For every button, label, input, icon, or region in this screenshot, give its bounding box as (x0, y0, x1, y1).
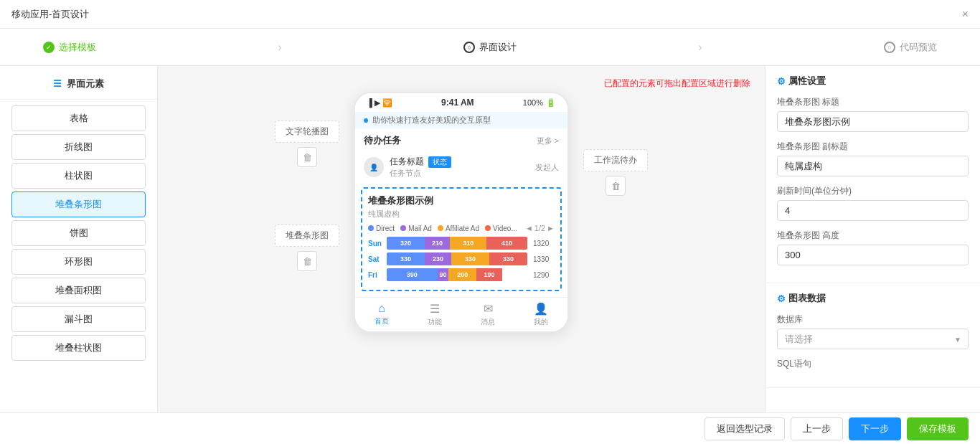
bar-seg-3: 410 (486, 237, 527, 250)
step-code-preview[interactable]: ○ 代码预览 (884, 41, 937, 54)
settings-icon: ⚙ (777, 76, 786, 87)
section-title: 待办任务 (364, 134, 401, 147)
status-signal: ▐ ▶ 🛜 (367, 98, 392, 108)
phone-frame: ▐ ▶ 🛜 9:41 AM 100% 🔋 助你快速打造友好美观的交互原型 (354, 92, 569, 333)
property-section: ⚙ 属性设置 堆叠条形图 标题 堆叠条形图 副标题 刷新时间(单位分钟) 堆叠条… (765, 66, 980, 283)
text-carousel-label: 文字轮播图 (275, 121, 339, 143)
sidebar-item-pie-chart[interactable]: 饼图 (11, 220, 146, 246)
legend-direct: Direct (368, 225, 395, 232)
text-carousel-delete-icon[interactable]: 🗑 (297, 147, 317, 167)
bar-row-fri: Fri 390 90 200 190 1290 (368, 268, 555, 281)
phone-status-bar: ▐ ▶ 🛜 9:41 AM 100% 🔋 (355, 93, 567, 112)
phone-wrapper: 文字轮播图 🗑 堆叠条形图 🗑 ▐ ▶ 🛜 9:41 AM (275, 92, 648, 333)
nav-home[interactable]: ⌂ 首页 (355, 298, 408, 331)
task-name-row: 任务标题 状态 (390, 156, 529, 168)
panel-icon: ☰ (53, 78, 62, 89)
phone-marquee: 助你快速打造友好美观的交互原型 (355, 112, 567, 128)
step-arrow-2: › (698, 41, 702, 54)
steps-bar: ✓ 选择模板 › ○ 界面设计 › ○ 代码预览 (0, 29, 980, 66)
chart-drag-card[interactable]: 堆叠条形图 🗑 (275, 225, 339, 271)
right-drag-cards: 工作流待办 🗑 (583, 92, 648, 196)
nav-message[interactable]: ✉ 消息 (461, 298, 514, 331)
property-title: ⚙ 属性设置 (777, 75, 969, 88)
workflow-card[interactable]: 工作流待办 🗑 (583, 149, 648, 196)
sidebar-item-stacked-area[interactable]: 堆叠面积图 (11, 278, 146, 303)
sidebar-item-stacked-bar[interactable]: 堆叠条形图 (11, 192, 146, 217)
back-button[interactable]: 返回选型记录 (705, 417, 785, 440)
function-icon: ☰ (430, 302, 440, 316)
step-arrow-1: › (278, 41, 281, 54)
database-select-wrapper: 请选择 ▼ (777, 329, 969, 349)
bar-total-fri: 1290 (533, 271, 555, 279)
bar-segments-sat: 330 230 330 330 (387, 252, 527, 265)
step-done-icon: ✓ (43, 42, 55, 53)
refresh-time-input[interactable] (777, 200, 969, 221)
user-icon: 👤 (534, 302, 548, 316)
sidebar-item-table[interactable]: 表格 (11, 105, 146, 131)
legend-video: Video... (485, 225, 517, 232)
legend-dot-affiliate (438, 225, 443, 231)
task-avatar: 👤 (364, 157, 384, 177)
bar-label-sat: Sat (368, 255, 384, 263)
bar-row-sat: Sat 330 230 330 330 1330 (368, 252, 555, 265)
refresh-time-field: 刷新时间(单位分钟) (777, 185, 969, 221)
legend-dot-mail (400, 225, 406, 231)
database-select[interactable]: 请选择 (777, 329, 969, 349)
sql-field: SQL语句 (777, 358, 969, 370)
status-time: 9:41 AM (441, 98, 474, 108)
refresh-time-label: 刷新时间(单位分钟) (777, 185, 969, 197)
marquee-dot (364, 118, 368, 123)
message-icon: ✉ (484, 302, 493, 316)
chart-legend: Direct Mail Ad Affiliate Ad Video.. (368, 224, 555, 232)
sql-label: SQL语句 (777, 358, 969, 370)
section-more: 更多 > (537, 136, 559, 146)
bar-segments-fri: 390 90 200 190 (387, 268, 527, 281)
bar-seg-fri-0: 390 (387, 268, 438, 281)
chart-height-label: 堆叠条形图 高度 (777, 230, 969, 242)
chart-height-input[interactable] (777, 245, 969, 265)
right-panel: ⚙ 属性设置 堆叠条形图 标题 堆叠条形图 副标题 刷新时间(单位分钟) 堆叠条… (765, 66, 980, 412)
prev-button[interactable]: 上一步 (791, 417, 843, 440)
sidebar-item-line-chart[interactable]: 折线图 (11, 134, 146, 160)
bar-seg-0: 320 (387, 237, 425, 250)
text-carousel-card[interactable]: 文字轮播图 🗑 (275, 121, 339, 167)
bar-seg-1: 210 (425, 237, 450, 250)
legend-affiliate: Affiliate Ad (438, 225, 479, 232)
sidebar-item-funnel-chart[interactable]: 漏斗图 (11, 306, 146, 332)
bar-seg-fri-2: 200 (448, 268, 476, 281)
task-initiator: 发起人 (535, 162, 559, 173)
chart-drag-delete-icon[interactable]: 🗑 (297, 251, 317, 271)
workflow-label: 工作流待办 (583, 149, 648, 171)
bottom-toolbar: 返回选型记录 上一步 下一步 保存模板 (0, 412, 980, 444)
nav-function[interactable]: ☰ 功能 (408, 298, 461, 331)
task-node: 任务节点 (390, 168, 529, 179)
next-button[interactable]: 下一步 (849, 417, 901, 440)
save-button[interactable]: 保存模板 (907, 417, 969, 440)
bar-label-fri: Fri (368, 271, 384, 279)
sidebar-item-stacked-column[interactable]: 堆叠柱状图 (11, 335, 146, 361)
left-drag-cards: 文字轮播图 🗑 堆叠条形图 🗑 (275, 92, 339, 271)
step-active-icon: ○ (463, 42, 475, 53)
workflow-delete-icon[interactable]: 🗑 (606, 176, 626, 196)
chart-data-section: ⚙ 图表数据 数据库 请选择 ▼ SQL语句 (765, 283, 980, 388)
sidebar-item-ring-chart[interactable]: 环形图 (11, 249, 146, 275)
chart-subtitle-input[interactable] (777, 156, 969, 176)
chart-data-icon: ⚙ (777, 293, 786, 304)
sidebar-item-bar-chart[interactable]: 柱状图 (11, 163, 146, 189)
chart-title-field: 堆叠条形图 标题 (777, 96, 969, 132)
step-inactive-icon: ○ (884, 42, 895, 53)
step-select-template[interactable]: ✓ 选择模板 (43, 41, 96, 54)
phone-nav: ⌂ 首页 ☰ 功能 ✉ 消息 👤 我的 (355, 297, 567, 331)
step-ui-design[interactable]: ○ 界面设计 (463, 41, 517, 54)
chart-section: 堆叠条形图示例 纯属虚构 Direct Mail Ad (361, 187, 562, 291)
task-status-badge: 状态 (428, 156, 451, 168)
window-title: 移动应用-首页设计 (11, 8, 89, 21)
section-header: 待办任务 更多 > (364, 134, 559, 147)
nav-mine[interactable]: 👤 我的 (514, 298, 567, 331)
close-button[interactable]: × (962, 8, 969, 21)
task-row: 👤 任务标题 状态 任务节点 发起人 (364, 153, 559, 181)
chart-title-input[interactable] (777, 111, 969, 132)
chart-drag-label: 堆叠条形图 (275, 225, 339, 247)
legend-dot-video (485, 225, 491, 231)
bar-total-sun: 1320 (533, 240, 555, 247)
